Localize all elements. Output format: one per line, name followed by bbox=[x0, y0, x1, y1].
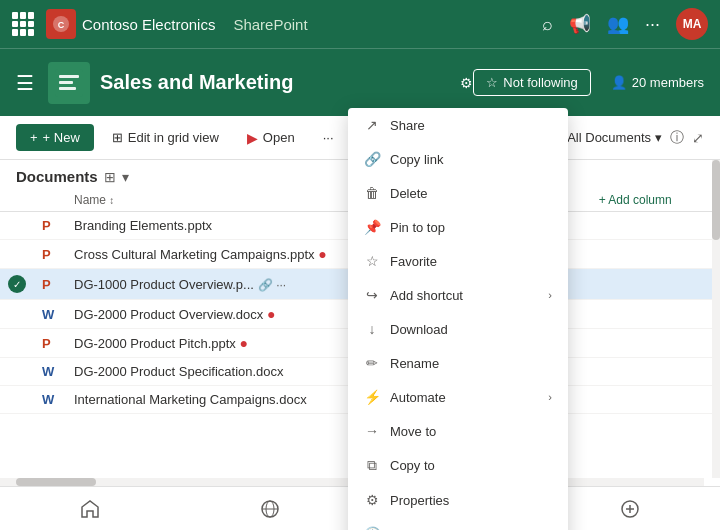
col-checkbox bbox=[0, 189, 34, 212]
menu-label-copy-link: Copy link bbox=[390, 152, 443, 167]
view-icon[interactable]: ⊞ bbox=[104, 169, 116, 185]
menu-label-properties: Properties bbox=[390, 493, 449, 508]
row-add-col bbox=[591, 240, 720, 269]
plus-icon: + bbox=[30, 130, 38, 145]
link-icon[interactable]: 🔗 bbox=[258, 278, 273, 292]
top-nav-right: ⌕ 📢 👥 ··· MA bbox=[542, 8, 708, 40]
menu-item-share[interactable]: ↗Share bbox=[348, 108, 568, 142]
megaphone-icon[interactable]: 📢 bbox=[569, 13, 591, 35]
menu-item-download[interactable]: ↓Download bbox=[348, 312, 568, 346]
nav-plus[interactable] bbox=[603, 494, 657, 524]
menu-item-rename[interactable]: ✏Rename bbox=[348, 346, 568, 380]
arrow-icon-add-shortcut: › bbox=[548, 289, 552, 301]
waffle-icon[interactable] bbox=[12, 12, 36, 36]
row-check[interactable] bbox=[0, 300, 34, 329]
more-options-button[interactable]: ··· bbox=[313, 125, 344, 150]
open-label: Open bbox=[263, 130, 295, 145]
menu-label-automate: Automate bbox=[390, 390, 446, 405]
row-type-icon: W bbox=[34, 358, 66, 386]
scroll-thumb-h[interactable] bbox=[16, 478, 96, 486]
file-name: International Marketing Campaigns.docx bbox=[74, 392, 307, 407]
error-icon: ● bbox=[239, 335, 247, 351]
menu-item-automate[interactable]: ⚡Automate› bbox=[348, 380, 568, 414]
row-type-icon: P bbox=[34, 329, 66, 358]
row-add-col bbox=[591, 269, 720, 300]
menu-label-favorite: Favorite bbox=[390, 254, 437, 269]
new-button[interactable]: + + New bbox=[16, 124, 94, 151]
info-icon[interactable]: ⓘ bbox=[670, 129, 684, 147]
row-type-icon: W bbox=[34, 300, 66, 329]
row-check[interactable] bbox=[0, 329, 34, 358]
menu-label-share: Share bbox=[390, 118, 425, 133]
svg-rect-5 bbox=[59, 87, 76, 90]
delete-icon: 🗑 bbox=[364, 185, 380, 201]
menu-label-add-shortcut: Add shortcut bbox=[390, 288, 463, 303]
row-check[interactable] bbox=[0, 240, 34, 269]
ellipsis-icon: ··· bbox=[323, 130, 334, 145]
hamburger-icon[interactable]: ☰ bbox=[16, 71, 34, 95]
members-button[interactable]: 👤 20 members bbox=[611, 75, 704, 90]
scroll-thumb-v[interactable] bbox=[712, 160, 720, 240]
menu-item-delete[interactable]: 🗑Delete bbox=[348, 176, 568, 210]
download-icon: ↓ bbox=[364, 321, 380, 337]
row-check[interactable] bbox=[0, 386, 34, 414]
menu-item-copy-link[interactable]: 🔗Copy link bbox=[348, 142, 568, 176]
row-add-col bbox=[591, 300, 720, 329]
menu-item-copy-to[interactable]: ⧉Copy to bbox=[348, 448, 568, 483]
logo-icon: C bbox=[46, 9, 76, 39]
col-add-column[interactable]: + Add column bbox=[591, 189, 720, 212]
row-check[interactable] bbox=[0, 358, 34, 386]
properties-icon: ⚙ bbox=[364, 492, 380, 508]
star-outline-icon: ☆ bbox=[486, 75, 498, 90]
copy-to-icon: ⧉ bbox=[364, 457, 380, 474]
share-icon: ↗ bbox=[364, 117, 380, 133]
file-name: Cross Cultural Marketing Campaigns.pptx bbox=[74, 247, 315, 262]
edit-grid-button[interactable]: ⊞ Edit in grid view bbox=[102, 125, 229, 150]
avatar[interactable]: MA bbox=[676, 8, 708, 40]
top-nav: C Contoso Electronics SharePoint ⌕ 📢 👥 ·… bbox=[0, 0, 720, 48]
sharepoint-label: SharePoint bbox=[233, 16, 307, 33]
menu-item-properties[interactable]: ⚙Properties bbox=[348, 483, 568, 517]
row-more-icon[interactable]: ··· bbox=[276, 278, 286, 292]
menu-label-delete: Delete bbox=[390, 186, 428, 201]
menu-item-version-history[interactable]: 🕐Version history bbox=[348, 517, 568, 530]
site-logo bbox=[48, 62, 90, 104]
view-chevron-icon[interactable]: ▾ bbox=[122, 169, 129, 185]
nav-globe[interactable] bbox=[243, 494, 297, 524]
site-title: Sales and Marketing bbox=[100, 71, 452, 94]
check-circle: ✓ bbox=[8, 275, 26, 293]
menu-label-download: Download bbox=[390, 322, 448, 337]
menu-item-add-shortcut[interactable]: ↪Add shortcut› bbox=[348, 278, 568, 312]
vertical-scrollbar[interactable] bbox=[712, 160, 720, 478]
menu-label-version-history: Version history bbox=[390, 527, 475, 531]
open-button[interactable]: ▶ Open bbox=[237, 125, 305, 151]
col-type bbox=[34, 189, 66, 212]
not-following-button[interactable]: ☆ Not following bbox=[473, 69, 590, 96]
expand-icon[interactable]: ⤢ bbox=[692, 130, 704, 146]
people-icon[interactable]: 👥 bbox=[607, 13, 629, 35]
svg-rect-3 bbox=[59, 75, 79, 78]
file-name: Branding Elements.pptx bbox=[74, 218, 212, 233]
move-to-icon: → bbox=[364, 423, 380, 439]
row-check[interactable] bbox=[0, 212, 34, 240]
docs-title: Documents bbox=[16, 168, 98, 185]
more-icon[interactable]: ··· bbox=[645, 14, 660, 35]
not-following-label: Not following bbox=[503, 75, 577, 90]
svg-text:C: C bbox=[58, 20, 65, 30]
menu-item-move-to[interactable]: →Move to bbox=[348, 414, 568, 448]
powerpoint-icon: ▶ bbox=[247, 130, 258, 146]
members-label: 20 members bbox=[632, 75, 704, 90]
nav-home[interactable] bbox=[63, 494, 117, 524]
settings-icon[interactable]: ⚙ bbox=[460, 75, 473, 91]
menu-item-pin-to-top[interactable]: 📌Pin to top bbox=[348, 210, 568, 244]
error-icon: ● bbox=[318, 246, 326, 262]
search-icon[interactable]: ⌕ bbox=[542, 14, 553, 35]
row-type-icon: P bbox=[34, 269, 66, 300]
row-type-icon: P bbox=[34, 212, 66, 240]
menu-item-favorite[interactable]: ☆Favorite bbox=[348, 244, 568, 278]
favorite-icon: ☆ bbox=[364, 253, 380, 269]
toolbar-right: ≡ All Documents ▾ ⓘ ⤢ bbox=[556, 129, 704, 147]
all-docs-dropdown[interactable]: ≡ All Documents ▾ bbox=[556, 130, 662, 145]
automate-icon: ⚡ bbox=[364, 389, 380, 405]
row-check[interactable]: ✓ bbox=[0, 269, 34, 300]
